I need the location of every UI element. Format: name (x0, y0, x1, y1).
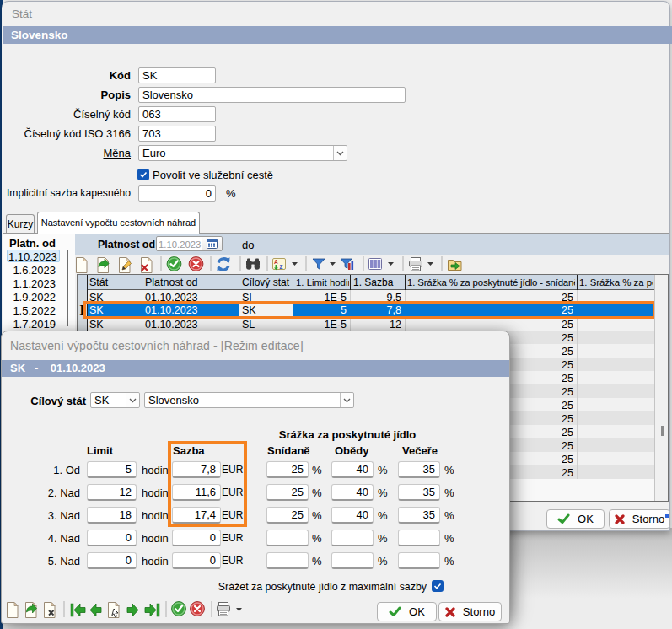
svg-text:A: A (274, 259, 278, 265)
svg-text:Z: Z (280, 264, 283, 270)
